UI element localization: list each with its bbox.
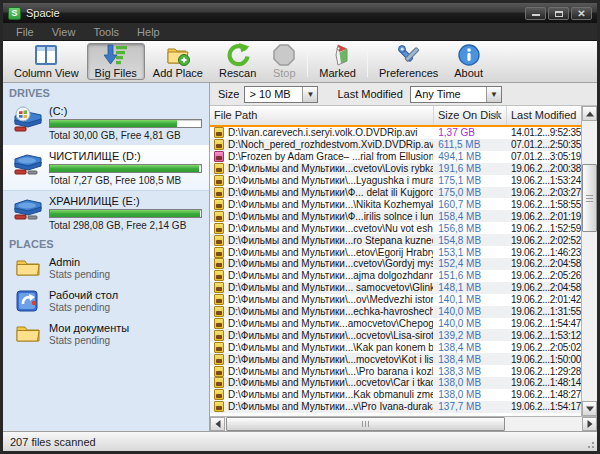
place-item[interactable]: AdminStats pending xyxy=(3,252,209,285)
drive-item[interactable]: (C:)Total 30,00 GB, Free 4,81 GB xyxy=(3,101,209,145)
vertical-scrollbar[interactable] xyxy=(581,106,597,416)
file-row[interactable]: D:\Фильмы and Мультики\Ф...irilis solnce… xyxy=(210,210,581,222)
file-row[interactable]: D:\Фильмы and Мультики... samocvetov\Gli… xyxy=(210,282,581,294)
menu-item-view[interactable]: View xyxy=(43,25,85,39)
title-bar: S Spacie ✕ xyxy=(3,3,597,23)
modified-filter-value: Any Time xyxy=(411,88,486,100)
size-filter-value: > 10 MB xyxy=(245,88,302,100)
sidebar: DRIVES (C:)Total 30,00 GB, Free 4,81 GBЧ… xyxy=(3,83,210,431)
column-header-last-modified[interactable]: Last Modified xyxy=(507,106,581,125)
drive-item[interactable]: ЧИСТИЛИЩЕ (D:)Total 7,27 GB, Free 108,5 … xyxy=(3,145,209,191)
file-size-cell: 156,8 MB xyxy=(433,223,506,234)
rescan-button[interactable]: Rescan xyxy=(211,43,264,80)
file-modified-cell: 19.06.2...1:52:59 xyxy=(506,223,581,234)
maximize-button[interactable] xyxy=(548,7,569,20)
drives-section-header: DRIVES xyxy=(3,84,209,101)
file-path-cell: D:\Фильмы and Мультики...\Nikita Kozhemy… xyxy=(210,199,433,210)
file-row[interactable]: D:\Фильмы and Мультики\...etov\Egorij Hr… xyxy=(210,246,581,258)
file-modified-cell: 19.06.2...1:48:14 xyxy=(506,377,581,388)
column-view-icon xyxy=(34,43,58,67)
scroll-down-button[interactable] xyxy=(582,401,597,416)
menu-item-help[interactable]: Help xyxy=(128,25,169,39)
stop-icon xyxy=(272,43,296,67)
file-size-cell: 175,0 MB xyxy=(433,187,506,198)
desktop-icon xyxy=(16,290,40,312)
file-modified-cell: 07.01.2...2:50:35 xyxy=(506,139,581,150)
about-button[interactable]: About xyxy=(446,43,491,80)
file-row[interactable]: D:\Фильмы and Мультики...Kak obmanuli zm… xyxy=(210,389,581,401)
file-row[interactable]: D:\Фильмы and Мультики...v\Pro Ivana-dur… xyxy=(210,401,581,413)
arrow-right-icon xyxy=(587,420,592,428)
file-row[interactable]: D:\Фильмы and Мультики\...Lyagushka i mu… xyxy=(210,175,581,187)
column-header-file-path[interactable]: File Path xyxy=(210,106,434,125)
toolbar-button-label: About xyxy=(454,67,483,79)
file-path-cell: D:\Noch_pered_rozhdestvom.XviD.DVDRip.av… xyxy=(210,139,433,150)
avi-file-icon xyxy=(214,282,224,293)
file-row[interactable]: D:\Frozen by Adam Grace– ...rial from El… xyxy=(210,151,581,163)
file-modified-cell: 19.06.2...2:01:42 xyxy=(506,294,581,305)
chevron-down-icon[interactable]: ▼ xyxy=(302,87,317,102)
vertical-scroll-thumb[interactable] xyxy=(582,164,597,232)
file-path-cell: D:\Фильмы and Мультики...cvetov\Gordyj m… xyxy=(210,258,433,269)
file-row[interactable]: D:\Noch_pered_rozhdestvom.XviD.DVDRip.av… xyxy=(210,139,581,151)
scroll-right-button[interactable] xyxy=(582,417,597,431)
rescan-icon xyxy=(226,43,250,67)
file-row[interactable]: D:\Фильмы and Мультики\...mocvetov\Kot i… xyxy=(210,353,581,365)
file-row[interactable]: D:\Фильмы and Мультики\...ocvetov\Car i … xyxy=(210,377,581,389)
menu-item-tools[interactable]: Tools xyxy=(84,25,128,39)
file-path-cell: D:\Фильмы and Мультики\Ф... delat ili Ku… xyxy=(210,187,433,198)
horizontal-scroll-thumb[interactable] xyxy=(226,417,505,431)
file-row[interactable]: D:\Фильмы and Мультики...\Nikita Kozhemy… xyxy=(210,198,581,210)
menu-bar: FileViewToolsHelp xyxy=(3,23,597,41)
file-row[interactable]: D:\Фильмы and Мультики...echka-havroshec… xyxy=(210,306,581,318)
toolbar-button-label: Column View xyxy=(14,67,79,79)
column-view-button[interactable]: Column View xyxy=(6,43,87,80)
place-item[interactable]: Рабочий столStats pending xyxy=(3,285,209,318)
column-header-size-on-disk[interactable]: Size On Disk xyxy=(434,106,507,125)
resize-grip[interactable] xyxy=(584,438,596,450)
add-place-button[interactable]: Add Place xyxy=(145,43,211,80)
file-path-cell: D:\Фильмы and Мультики\Ф...irilis solnce… xyxy=(210,211,433,222)
avi-file-icon xyxy=(214,139,224,150)
file-size-cell: 151,6 MB xyxy=(433,270,506,281)
horizontal-scrollbar[interactable] xyxy=(210,416,597,431)
menu-item-file[interactable]: File xyxy=(7,25,43,39)
drive-item[interactable]: ХРАНИЛИЩЕ (E:)Total 298,08 GB, Free 2,14… xyxy=(3,191,209,235)
minimize-button[interactable] xyxy=(525,7,546,20)
avi-file-icon xyxy=(214,318,224,329)
file-modified-cell: 19.06.2...2:05:26 xyxy=(506,270,581,281)
scroll-up-button[interactable] xyxy=(582,106,597,121)
modified-filter-dropdown[interactable]: Any Time ▼ xyxy=(410,86,502,103)
toolbar-button-label: Add Place xyxy=(153,67,203,79)
avi-file-icon xyxy=(214,401,224,412)
drive-name: ХРАНИЛИЩЕ (E:) xyxy=(49,195,201,208)
preferences-button[interactable]: Preferences xyxy=(371,43,446,80)
file-row[interactable]: D:\Фильмы and Мультики\Ф... delat ili Ku… xyxy=(210,187,581,199)
file-row[interactable]: D:\Фильмы and Мультики...ajma dolgozhdan… xyxy=(210,270,581,282)
places-section-header: PLACES xyxy=(3,235,209,252)
marked-button[interactable]: Marked xyxy=(311,43,364,80)
stop-button[interactable]: Stop xyxy=(264,43,304,80)
wmv-file-icon xyxy=(214,151,224,162)
file-modified-cell: 19.06.2...1:29:28 xyxy=(506,366,581,377)
file-row[interactable]: D:\Фильмы and Мультики\...ov\Medvezhi is… xyxy=(210,294,581,306)
file-row[interactable]: D:\Фильмы and Мультики...ro Stepana kuzn… xyxy=(210,234,581,246)
close-button[interactable]: ✕ xyxy=(571,7,592,20)
folder-icon xyxy=(16,323,40,343)
scroll-left-button[interactable] xyxy=(210,417,225,431)
file-path-cell: D:\Фильмы and Мультики\...ov\Medvezhi is… xyxy=(210,294,433,305)
toolbar-button-label: Rescan xyxy=(219,67,256,79)
place-item[interactable]: Мои документыStats pending xyxy=(3,318,209,351)
big-files-button[interactable]: Big Files xyxy=(87,43,145,80)
file-row[interactable]: D:\Фильмы and Мультики...cvetov\Nu vot e… xyxy=(210,222,581,234)
file-row[interactable]: D:\Фильмы and Мультики\...\Pro barana i … xyxy=(210,365,581,377)
file-row[interactable]: D:\Ivan.carevech.i.seryi.volk.O.DVDRip.a… xyxy=(210,127,581,139)
chevron-down-icon[interactable]: ▼ xyxy=(486,87,501,102)
file-row[interactable]: D:\Фильмы and Мультики...cvetov\Gordyj m… xyxy=(210,258,581,270)
size-filter-label: Size xyxy=(218,88,239,100)
size-filter-dropdown[interactable]: > 10 MB ▼ xyxy=(244,86,318,103)
file-row[interactable]: D:\Фильмы and Мультики\...ocvetov\Lisa-s… xyxy=(210,329,581,341)
file-row[interactable]: D:\Фильмы and Мультики...cvetov\Lovis ry… xyxy=(210,163,581,175)
file-row[interactable]: D:\Фильмы and Мультики...\Kak pan konem … xyxy=(210,341,581,353)
file-row[interactable]: D:\Фильмы and Мультик...amocvetov\Chepog… xyxy=(210,318,581,330)
